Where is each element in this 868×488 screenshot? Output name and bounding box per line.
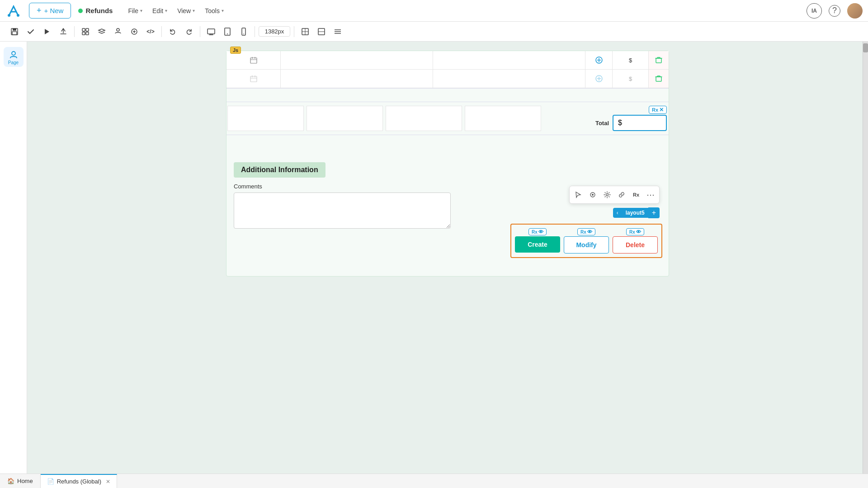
svg-rect-25 (656, 58, 661, 63)
tablet-view-button[interactable] (220, 24, 235, 39)
text-cell-3[interactable] (281, 70, 433, 88)
total-input[interactable]: $ (613, 115, 667, 131)
divider-3 (200, 26, 200, 37)
ft-more-button[interactable]: ⋯ (644, 188, 657, 202)
scroll-thumb[interactable] (863, 43, 868, 52)
avatar-image (847, 3, 863, 19)
bottom-bar: 🏠 Home 📄 Refunds (Global) ✕ (0, 474, 868, 488)
ft-settings-button[interactable] (600, 188, 614, 202)
delete-cell-1[interactable] (649, 51, 669, 69)
layout-split-button[interactable] (314, 24, 329, 39)
amount-cell-2[interactable]: $ (613, 70, 649, 88)
run-button[interactable] (40, 24, 54, 39)
code-button[interactable]: </> (143, 24, 158, 39)
ft-style-button[interactable] (586, 188, 599, 202)
mobile-view-button[interactable] (236, 24, 251, 39)
tab-close-button[interactable]: ✕ (106, 479, 110, 485)
redo-button[interactable] (182, 24, 196, 39)
text-cell-1[interactable] (281, 51, 433, 69)
page-title-area: Refunds (78, 7, 113, 14)
total-right: Rx ✕ Total $ (542, 106, 669, 131)
avatar[interactable] (847, 3, 863, 19)
delete-button[interactable]: Delete (613, 236, 658, 253)
total-cell-3[interactable] (386, 106, 462, 131)
rx-close[interactable]: ✕ (659, 107, 664, 113)
ft-rx-button[interactable]: Rx (629, 188, 643, 202)
separator (226, 89, 669, 102)
tab-refunds-global[interactable]: 📄 Refunds (Global) ✕ (41, 474, 117, 488)
eye-icon-modify[interactable]: 👁 (587, 229, 592, 235)
amount-cell-1[interactable]: $ (613, 51, 649, 69)
logo[interactable] (5, 3, 22, 19)
export-button[interactable] (56, 24, 71, 39)
rx-badge-create[interactable]: Rx 👁 (528, 228, 547, 235)
action-buttons-frame: Rx 👁 Create Rx 👁 Modify (510, 224, 662, 258)
desktop-view-button[interactable] (204, 24, 218, 39)
delete-cell-2[interactable] (649, 70, 669, 88)
text-cell-4[interactable] (433, 70, 585, 88)
ft-select-button[interactable] (571, 188, 585, 202)
rx-badge-delete[interactable]: Rx 👁 (626, 228, 644, 235)
scrollbar[interactable] (863, 42, 868, 474)
svg-rect-23 (250, 58, 257, 63)
eye-icon-delete[interactable]: 👁 (636, 229, 641, 235)
divider-5 (294, 26, 294, 37)
eye-icon-create[interactable]: 👁 (538, 229, 543, 235)
add-cell-1[interactable] (585, 51, 613, 69)
text-cell-2[interactable] (433, 51, 585, 69)
total-input-row: Total $ (595, 115, 667, 131)
date-cell-1[interactable] (226, 51, 281, 69)
svg-rect-12 (208, 29, 215, 34)
home-label: Home (17, 478, 33, 484)
home-icon: 🏠 (7, 478, 14, 484)
svg-rect-6 (82, 28, 85, 31)
tab-label: Refunds (Global) (57, 478, 101, 485)
js-badge: Js (230, 47, 241, 54)
divider-1 (74, 26, 75, 37)
ia-badge[interactable]: IA (807, 3, 822, 19)
total-cell-4[interactable] (465, 106, 541, 131)
sidebar-item-page[interactable]: Page (4, 47, 24, 67)
layout-name: layout5 (622, 208, 648, 218)
menu-tools[interactable]: Tools ▾ (200, 5, 228, 17)
menu-edit[interactable]: Edit ▾ (148, 5, 172, 17)
total-cell-1[interactable] (227, 106, 304, 131)
svg-point-10 (117, 28, 119, 31)
svg-marker-5 (45, 29, 49, 34)
create-button[interactable]: Create (515, 236, 560, 253)
new-button[interactable]: + + New (29, 3, 71, 19)
comments-textarea[interactable] (234, 192, 451, 229)
layout-list-button[interactable] (330, 24, 345, 39)
table-row: $ (226, 70, 669, 88)
check-button[interactable] (24, 24, 38, 39)
top-nav: + + New Refunds File ▾ Edit ▾ View ▾ Too… (0, 0, 868, 22)
delete-btn-wrapper: Rx 👁 Delete (613, 228, 658, 253)
rx-badge-modify[interactable]: Rx 👁 (577, 228, 595, 235)
plus-icon: + (37, 6, 42, 15)
layers-button[interactable] (94, 24, 109, 39)
px-display: 1382px (259, 26, 290, 37)
svg-rect-7 (86, 28, 89, 31)
undo-button[interactable] (165, 24, 180, 39)
nav-icons: IA ? (807, 3, 863, 19)
rx-badge[interactable]: Rx ✕ (649, 106, 667, 114)
component-grid-button[interactable] (78, 24, 93, 39)
add-cell-2[interactable] (585, 70, 613, 88)
svg-point-22 (12, 52, 15, 55)
menu-view[interactable]: View ▾ (173, 5, 199, 17)
data-button[interactable] (111, 24, 125, 39)
modify-button[interactable]: Modify (564, 236, 609, 253)
total-cell-2[interactable] (307, 106, 383, 131)
tab-home[interactable]: 🏠 Home (0, 474, 41, 488)
save-button[interactable] (7, 24, 22, 39)
help-button[interactable]: ? (827, 4, 842, 18)
menu-file[interactable]: File ▾ (123, 5, 147, 17)
layout-add-button[interactable]: + (648, 207, 660, 218)
ft-link-button[interactable] (615, 188, 628, 202)
date-cell-2[interactable] (226, 70, 281, 88)
status-dot (78, 9, 83, 13)
layout-grid-button[interactable] (298, 24, 312, 39)
modify-btn-wrapper: Rx 👁 Modify (564, 228, 609, 253)
layout-back-button[interactable]: ‹ (613, 208, 622, 218)
logic-button[interactable] (127, 24, 142, 39)
